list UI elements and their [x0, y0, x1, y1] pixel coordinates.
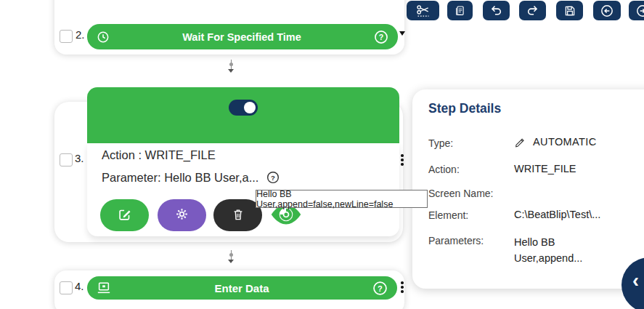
- pencil-icon[interactable]: [514, 135, 527, 148]
- element-label: Element:: [428, 209, 468, 221]
- paste-button[interactable]: [447, 1, 473, 20]
- laptop-icon: [96, 281, 112, 295]
- undo-icon: [489, 4, 503, 17]
- action-label: Action:: [428, 164, 460, 175]
- svg-text:?: ?: [379, 32, 383, 41]
- step-2-checkbox[interactable]: [60, 30, 73, 43]
- step-4-checkbox[interactable]: [60, 281, 73, 294]
- step-2-title: Wait For Specified Time: [110, 31, 373, 43]
- step-3-action-text: Action : WRITE_FILE: [102, 148, 216, 162]
- step-4-title-bar[interactable]: Enter Data ?: [87, 276, 397, 300]
- chevron-left-icon: ‹: [632, 270, 639, 292]
- step-details-title: Step Details: [428, 101, 501, 116]
- edit-pencil-icon: [117, 206, 133, 225]
- flow-arrow-down: [227, 250, 235, 265]
- step-4-index: 4.: [75, 280, 84, 292]
- undo-button[interactable]: [483, 1, 510, 20]
- screen-name-label: Screen Name:: [428, 188, 493, 199]
- step-4-title: Enter Data: [112, 282, 372, 294]
- parameter-help-icon[interactable]: ?: [266, 170, 280, 185]
- help-icon[interactable]: ?: [372, 280, 388, 297]
- step-3-enable-toggle[interactable]: [229, 100, 258, 116]
- step-4-menu[interactable]: [401, 281, 404, 293]
- type-value: AUTOMATIC: [514, 135, 597, 148]
- step-details-panel: Step Details Type: AUTOMATIC Action: WRI…: [412, 89, 644, 289]
- circle-arrow-left-icon: [600, 4, 614, 18]
- cut-button[interactable]: [407, 1, 439, 20]
- type-label: Type:: [428, 137, 453, 149]
- parameters-value: Hello BB User,append...: [514, 234, 610, 267]
- automation-canvas: Add Card: [0, 0, 644, 309]
- toggle-knob: [244, 102, 256, 113]
- navigate-forward-button[interactable]: [629, 1, 644, 20]
- delete-step-button[interactable]: [213, 199, 262, 231]
- gear-icon: [174, 206, 189, 224]
- redo-button[interactable]: [519, 1, 546, 20]
- clock-icon: [96, 30, 110, 44]
- step-3-index: 3.: [75, 152, 84, 164]
- redo-icon: [526, 4, 539, 17]
- element-value: C:\BeatBlip\Test\...: [514, 209, 600, 220]
- trash-icon: [231, 207, 245, 224]
- svg-text:?: ?: [271, 174, 275, 182]
- floppy-save-icon: [563, 4, 576, 17]
- step-3-parameter-text: Parameter: Hello BB User,a...: [102, 171, 258, 185]
- scissors-icon: [415, 4, 431, 18]
- step-3-menu[interactable]: [401, 154, 404, 166]
- svg-text:?: ?: [378, 284, 383, 292]
- edit-step-button[interactable]: [100, 199, 149, 231]
- step-2-index: 2.: [76, 28, 85, 41]
- step-2-menu-caret[interactable]: [399, 31, 405, 36]
- flow-arrow-down: [227, 60, 235, 74]
- document-icon: [454, 4, 466, 17]
- parameter-tooltip: Hello BB User,append=false,newLine=false: [256, 190, 428, 208]
- step-3-parameter-row: Parameter: Hello BB User,a... ?: [102, 170, 280, 185]
- parameters-label: Parameters:: [428, 235, 484, 246]
- step-3-checkbox[interactable]: [60, 153, 73, 166]
- help-icon[interactable]: ?: [373, 29, 389, 45]
- action-value: WRITE_FILE: [514, 163, 576, 174]
- settings-step-button[interactable]: [158, 199, 206, 231]
- step-2-title-bar[interactable]: Wait For Specified Time ?: [87, 24, 398, 49]
- circle-arrow-right-icon: [635, 4, 644, 18]
- navigate-back-button[interactable]: [593, 1, 621, 20]
- save-button[interactable]: [556, 1, 583, 20]
